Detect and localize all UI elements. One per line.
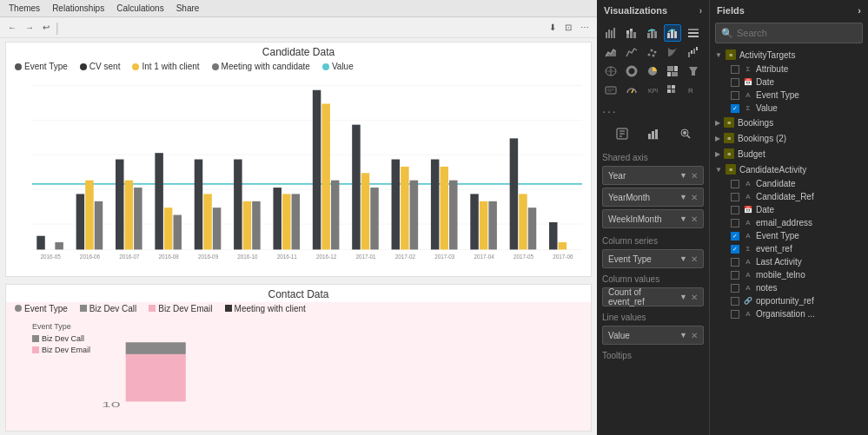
event-type-1-checkbox[interactable]	[731, 91, 739, 100]
viz-format-icon[interactable]	[610, 123, 634, 144]
svg-text:2017-04: 2017-04	[474, 254, 495, 259]
svg-rect-93	[688, 36, 699, 37]
viz-stacked-bar-icon[interactable]	[623, 24, 640, 42]
event-type-dropdown[interactable]: Event Type ▼ ✕	[602, 249, 704, 268]
count-event-ref-dropdown[interactable]: Count of event_ref ▼ ✕	[602, 287, 704, 306]
chart2-svg: 10	[102, 319, 582, 413]
value-clear[interactable]: ✕	[691, 331, 698, 340]
viz-table-icon[interactable]	[685, 24, 702, 42]
viz-drill-icon[interactable]	[673, 123, 697, 144]
viz-gauge-icon[interactable]	[623, 82, 640, 99]
field-item-ca-event-type[interactable]: A Event Type	[710, 229, 868, 242]
ca-date-checkbox[interactable]	[731, 206, 739, 214]
viz-donut-icon[interactable]	[623, 63, 640, 80]
tab-themes[interactable]: Themes	[5, 3, 43, 14]
viz-matrix-icon[interactable]	[664, 82, 681, 99]
viz-funnel-icon[interactable]	[685, 63, 702, 80]
viz-analytics-icon[interactable]	[641, 123, 666, 144]
field-group-bookings-header[interactable]: ▶ ≡ Bookings	[710, 115, 868, 130]
yearmonth-dropdown[interactable]: YearMonth ▼ ✕	[602, 188, 704, 207]
viz-map-icon[interactable]	[602, 63, 620, 80]
chart2-body: Event Type Biz Dev Call Biz Dev Email 1	[6, 315, 591, 431]
field-item-organisation[interactable]: A Organisation ...	[710, 307, 868, 320]
field-item-ca-date[interactable]: 📅 Date	[710, 203, 868, 216]
viz-title: Visualizations	[604, 5, 667, 16]
svg-rect-50	[361, 173, 369, 249]
viz-combo-chart-icon[interactable]	[664, 24, 681, 42]
svg-rect-69	[549, 222, 557, 249]
tab-relationships[interactable]: Relationships	[49, 3, 108, 14]
legend-cv-sent: CV sent	[80, 62, 121, 71]
attribute-checkbox[interactable]	[731, 65, 739, 74]
field-item-event-type-1[interactable]: A Event Type	[710, 89, 868, 102]
svg-rect-111	[606, 87, 616, 94]
viz-card-icon[interactable]	[602, 82, 620, 99]
svg-rect-31	[173, 215, 181, 250]
field-item-opportunity-ref[interactable]: 🔗 opportunity_ref	[710, 294, 868, 307]
back-button[interactable]: ←	[5, 22, 19, 33]
svg-rect-78	[611, 30, 613, 38]
field-item-candidate[interactable]: A Candidate	[710, 177, 868, 190]
weekinmonth-dropdown-clear[interactable]: ✕	[691, 214, 698, 224]
viz-area-chart-icon[interactable]	[602, 43, 620, 61]
viz-action-row	[597, 120, 709, 148]
date-checkbox[interactable]	[731, 78, 739, 87]
last-activity-checkbox[interactable]	[731, 258, 739, 267]
email-checkbox[interactable]	[731, 219, 739, 227]
event-ref-checkbox[interactable]	[731, 245, 739, 254]
undo-button[interactable]: ↩	[40, 22, 52, 33]
field-item-last-activity[interactable]: A Last Activity	[710, 255, 868, 268]
fields-expand-arrow[interactable]: ›	[858, 5, 861, 16]
candidate-checkbox[interactable]	[731, 180, 739, 188]
more-button[interactable]: ⋯	[578, 22, 592, 33]
viz-pie-icon[interactable]	[644, 63, 661, 80]
field-item-event-ref[interactable]: Σ event_ref	[710, 242, 868, 255]
field-group-activity-targets-header[interactable]: ▼ ≡ ActivityTargets	[710, 47, 868, 63]
notes-checkbox[interactable]	[731, 284, 739, 293]
field-item-attribute[interactable]: Σ Attribute	[710, 63, 868, 76]
viz-line-bar-icon[interactable]	[644, 24, 661, 42]
viz-kpi-icon[interactable]: KPI	[644, 82, 661, 99]
field-group-budget-header[interactable]: ▶ ≡ Budget	[710, 146, 868, 161]
yearmonth-dropdown-clear[interactable]: ✕	[691, 193, 698, 202]
viz-line-chart-icon[interactable]	[623, 43, 640, 61]
opportunity-ref-checkbox[interactable]	[731, 297, 739, 306]
fields-search-box[interactable]: 🔍	[715, 23, 863, 43]
field-item-mobile[interactable]: A mobile_telno	[710, 268, 868, 281]
tab-calculations[interactable]: Calculations	[113, 3, 167, 14]
tab-share[interactable]: Share	[173, 3, 203, 14]
chart1-svg: 25 20 15 10 5 55 50 45 40 35	[32, 76, 582, 259]
forward-button[interactable]: →	[23, 22, 36, 33]
field-item-value[interactable]: Σ Value	[710, 102, 868, 115]
value-checkbox[interactable]	[731, 104, 739, 113]
viz-treemap-icon[interactable]	[664, 63, 681, 80]
svg-rect-76	[606, 32, 607, 38]
field-group-candidate-activity-header[interactable]: ▼ ≡ CandidateActivity	[710, 161, 868, 177]
expand-button[interactable]: ⊡	[562, 22, 574, 33]
candidate-ref-checkbox[interactable]	[731, 193, 739, 201]
weekinmonth-dropdown[interactable]: WeekInMonth ▼ ✕	[602, 209, 704, 228]
organisation-checkbox[interactable]	[731, 310, 739, 319]
event-type-clear[interactable]: ✕	[691, 254, 698, 264]
svg-rect-66	[519, 194, 527, 249]
ca-event-type-checkbox[interactable]	[731, 232, 739, 241]
viz-waterfall-icon[interactable]	[685, 43, 702, 61]
download-button[interactable]: ⬇	[547, 22, 559, 33]
mobile-checkbox[interactable]	[731, 271, 739, 280]
count-event-ref-clear[interactable]: ✕	[691, 293, 698, 302]
field-item-date[interactable]: 📅 Date	[710, 76, 868, 89]
value-dropdown[interactable]: Value ▼ ✕	[602, 326, 704, 345]
viz-scatter-icon[interactable]	[644, 43, 661, 61]
svg-rect-51	[370, 188, 378, 249]
viz-custom-icon[interactable]: R	[685, 82, 702, 99]
field-item-candidate-ref[interactable]: A Candidate_Ref	[710, 190, 868, 203]
viz-bar-chart-icon[interactable]	[602, 24, 620, 42]
field-item-notes[interactable]: A notes	[710, 281, 868, 294]
field-item-email-address[interactable]: A email_address	[710, 216, 868, 229]
year-dropdown[interactable]: Year ▼ ✕	[602, 166, 704, 185]
year-dropdown-clear[interactable]: ✕	[691, 171, 698, 181]
viz-expand-arrow[interactable]: ›	[699, 6, 702, 16]
field-group-bookings2-header[interactable]: ▶ ≡ Bookings (2)	[710, 130, 868, 146]
viz-ribbon-icon[interactable]	[664, 43, 681, 61]
search-input[interactable]	[737, 28, 857, 38]
